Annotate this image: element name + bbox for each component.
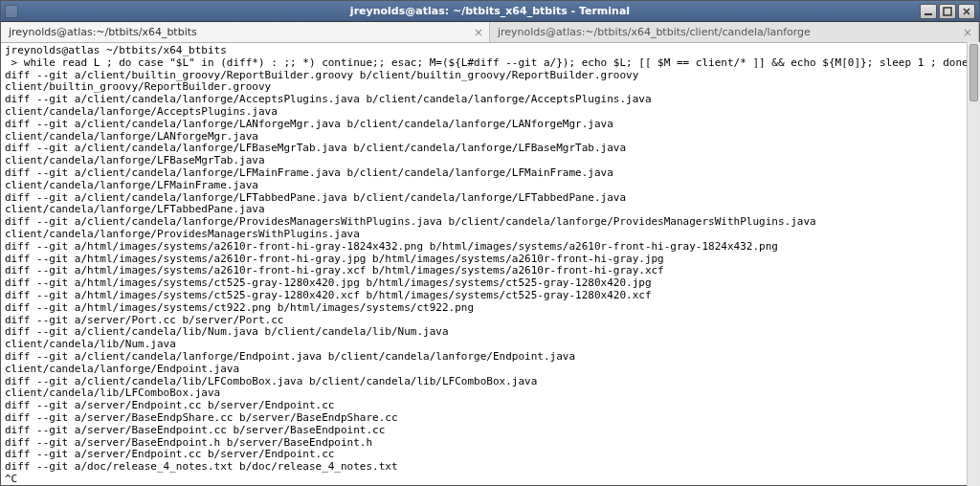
terminal-line: client/candela/lanforge/ProvidesManagers…	[5, 229, 975, 241]
svg-rect-1	[944, 8, 951, 15]
terminal-line: > while read L ; do case "$L" in (diff*)…	[5, 57, 975, 70]
tab-bar: jreynolds@atlas:~/btbits/x64_btbits × jr…	[1, 22, 979, 43]
terminal-line: diff --git a/client/candela/lanforge/LFM…	[5, 167, 975, 180]
terminal-line: diff --git a/server/BaseEndpoint.cc b/se…	[5, 425, 975, 437]
maximize-button[interactable]	[939, 4, 956, 19]
tab-close-icon[interactable]: ×	[963, 26, 972, 39]
terminal-tab-0[interactable]: jreynolds@atlas:~/btbits/x64_btbits ×	[1, 22, 490, 42]
terminal-line: client/candela/lanforge/AcceptsPlugins.j…	[5, 106, 975, 119]
window-title: jreynolds@atlas: ~/btbits_x64_btbits - T…	[350, 5, 630, 17]
terminal-line: diff --git a/html/images/systems/ct922.p…	[5, 302, 975, 315]
close-button[interactable]	[958, 4, 975, 19]
titlebar[interactable]: jreynolds@atlas: ~/btbits_x64_btbits - T…	[1, 1, 979, 22]
terminal-line: ^C	[5, 474, 975, 485]
terminal-line: client/candela/lanforge/Endpoint.java	[5, 364, 975, 376]
terminal-line: client/candela/lanforge/LFMainFrame.java	[5, 180, 975, 192]
terminal-line: client/candela/lib/Num.java	[5, 339, 975, 351]
minimize-button[interactable]	[920, 4, 937, 19]
terminal-body[interactable]: jreynolds@atlas ~/btbits/x64_btbits > wh…	[1, 43, 979, 485]
titlebar-right	[920, 4, 975, 19]
terminal-line: jreynolds@atlas ~/btbits/x64_btbits	[5, 45, 975, 57]
terminal-window: jreynolds@atlas: ~/btbits_x64_btbits - T…	[0, 0, 980, 486]
minimize-icon	[924, 7, 933, 16]
terminal-tab-1[interactable]: jreynolds@atlas:~/btbits/x64_btbits/clie…	[490, 22, 979, 42]
terminal-line: diff --git a/client/candela/lanforge/End…	[5, 351, 975, 364]
svg-rect-0	[924, 13, 932, 15]
terminal-line: diff --git a/server/Endpoint.cc b/server…	[5, 400, 975, 412]
maximize-icon	[943, 7, 952, 16]
tab-label: jreynolds@atlas:~/btbits/x64_btbits/clie…	[498, 26, 811, 38]
terminal-line: diff --git a/html/images/systems/ct525-g…	[5, 290, 975, 302]
vertical-scrollbar[interactable]	[967, 42, 980, 486]
tab-close-icon[interactable]: ×	[474, 26, 483, 39]
scrollbar-thumb[interactable]	[969, 44, 978, 101]
terminal-line: diff --git a/html/images/systems/a2610r-…	[5, 241, 975, 254]
terminal-line: diff --git a/server/BaseEndpShare.cc b/s…	[5, 412, 975, 425]
close-icon	[962, 7, 971, 16]
terminal-line: diff --git a/doc/release_4_notes.txt b/d…	[5, 461, 975, 474]
terminal-line: diff --git a/client/candela/lanforge/LAN…	[5, 119, 975, 131]
tab-label: jreynolds@atlas:~/btbits/x64_btbits	[9, 26, 197, 38]
window-menu-icon[interactable]	[5, 5, 18, 18]
titlebar-left	[5, 5, 18, 18]
